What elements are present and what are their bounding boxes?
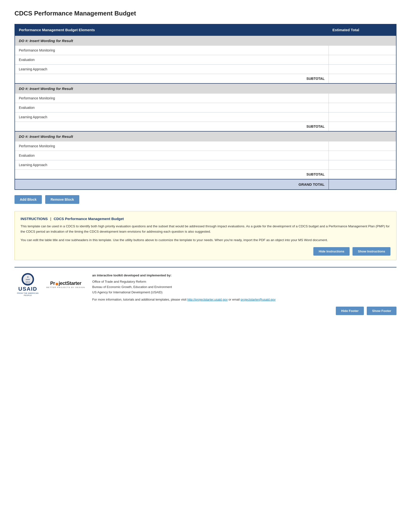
- svg-text:★: ★: [27, 276, 29, 278]
- footer-info: an interactive toolkit developed and imp…: [92, 273, 396, 302]
- remove-block-button[interactable]: Remove Block: [45, 195, 79, 204]
- subtotal-row-2: SUBTOTAL: [15, 122, 396, 132]
- row-value-3-3: [328, 160, 396, 170]
- budget-table: Performance Management Budget Elements E…: [15, 24, 396, 190]
- projectstarter-logo: Pr●jectStarter BETTER PROJECTS BY DESIGN: [47, 281, 85, 288]
- instructions-separator: |: [50, 217, 51, 221]
- footer-logos: ★ USAID FROM THE AMERICAN PEOPLE USAID F…: [15, 273, 85, 296]
- row-label-2-1: Performance Monitoring: [15, 94, 328, 103]
- row-value-3-1: [328, 142, 396, 151]
- svg-text:PEOPLE: PEOPLE: [26, 284, 30, 285]
- subtotal-label-3: SUBTOTAL: [15, 170, 328, 180]
- svg-text:FROM THE: FROM THE: [26, 281, 30, 282]
- footer-link2[interactable]: projectstarter@usaid.gov: [241, 298, 276, 301]
- row-label-2-3: Learning Approach: [15, 113, 328, 122]
- col-elements-header: Performance Management Budget Elements: [15, 24, 328, 36]
- section-header-label-3: DO #: Insert Wording for Result: [15, 131, 396, 142]
- subtotal-row-3: SUBTOTAL: [15, 170, 396, 180]
- table-row: Learning Approach: [15, 65, 396, 74]
- instructions-paragraph-1: This template can be used in a CDCS to i…: [20, 224, 391, 235]
- row-value-1-2: [328, 55, 396, 65]
- row-value-2-3: [328, 113, 396, 122]
- show-footer-button[interactable]: Show Footer: [367, 307, 396, 315]
- page-title: CDCS Performance Management Budget: [15, 10, 396, 17]
- table-row: Performance Monitoring: [15, 94, 396, 103]
- instructions-paragraph-2: You can edit the table title and row sub…: [20, 238, 391, 243]
- usaid-wordmark: USAID: [18, 286, 37, 292]
- projectstarter-name: Pr●jectStarter: [50, 281, 81, 285]
- row-label-3-3: Learning Approach: [15, 160, 328, 170]
- table-row: Evaluation: [15, 103, 396, 113]
- table-row: Learning Approach: [15, 160, 396, 170]
- section-header-row-2: DO #: Insert Wording for Result: [15, 83, 396, 94]
- svg-text:USAID: USAID: [26, 279, 30, 280]
- row-value-1-1: [328, 46, 396, 55]
- footer-more-info: For more information, tutorials and addi…: [92, 297, 396, 302]
- subtotal-label-2: SUBTOTAL: [15, 122, 328, 132]
- table-row: Performance Monitoring: [15, 142, 396, 151]
- instructions-body: This template can be used in a CDCS to i…: [20, 224, 391, 243]
- footer-more-info-mid: or email: [228, 298, 241, 301]
- table-row: Learning Approach: [15, 113, 396, 122]
- usaid-emblem-icon: ★ USAID FROM THE AMERICAN PEOPLE: [21, 273, 34, 286]
- ps-name-pre: Pr: [50, 281, 55, 286]
- row-label-3-2: Evaluation: [15, 151, 328, 160]
- footer-link1[interactable]: http://projectstarter.usaid.gov: [187, 298, 228, 301]
- footer-toggle-row: Hide Footer Show Footer: [15, 307, 396, 315]
- footer-org1: Office of Trade and Regulatory Reform: [92, 279, 396, 284]
- usaid-logo: ★ USAID FROM THE AMERICAN PEOPLE USAID F…: [15, 273, 41, 296]
- table-header-row: Performance Management Budget Elements E…: [15, 24, 396, 36]
- footer-more-info-pre: For more information, tutorials and addi…: [92, 298, 187, 301]
- ps-name-post: jectStarter: [59, 281, 81, 286]
- grand-total-value: [328, 179, 396, 190]
- table-row: Performance Monitoring: [15, 46, 396, 55]
- svg-text:AMERICAN: AMERICAN: [26, 283, 30, 283]
- row-value-2-2: [328, 103, 396, 113]
- section-header-row-3: DO #: Insert Wording for Result: [15, 131, 396, 142]
- row-label-1-3: Learning Approach: [15, 65, 328, 74]
- row-value-2-1: [328, 94, 396, 103]
- footer-org3: US Agency for International Development …: [92, 290, 396, 295]
- row-value-3-2: [328, 151, 396, 160]
- footer-content: ★ USAID FROM THE AMERICAN PEOPLE USAID F…: [15, 273, 396, 302]
- section-header-label-2: DO #: Insert Wording for Result: [15, 83, 396, 94]
- subtotal-value-3: [328, 170, 396, 180]
- hide-footer-button[interactable]: Hide Footer: [336, 307, 364, 315]
- grand-total-label: GRAND TOTAL: [15, 179, 328, 190]
- show-instructions-button[interactable]: Show Instructions: [353, 247, 391, 256]
- subtotal-label-1: SUBTOTAL: [15, 74, 328, 84]
- footer-area: ★ USAID FROM THE AMERICAN PEOPLE USAID F…: [15, 267, 396, 315]
- col-total-header: Estimated Total: [328, 24, 396, 36]
- row-label-1-2: Evaluation: [15, 55, 328, 65]
- usaid-text-block: USAID FROM THE AMERICAN PEOPLE: [15, 286, 41, 296]
- section-header-label-1: DO #: Insert Wording for Result: [15, 36, 396, 46]
- row-label-2-2: Evaluation: [15, 103, 328, 113]
- row-value-1-3: [328, 65, 396, 74]
- table-row: Evaluation: [15, 55, 396, 65]
- add-block-button[interactable]: Add Block: [15, 195, 42, 204]
- instructions-title-name: CDCS Performance Management Budget: [54, 217, 124, 221]
- subtotal-row-1: SUBTOTAL: [15, 74, 396, 84]
- row-label-1-1: Performance Monitoring: [15, 46, 328, 55]
- instructions-box: INSTRUCTIONS | CDCS Performance Manageme…: [15, 211, 396, 260]
- table-row: Evaluation: [15, 151, 396, 160]
- grand-total-row: GRAND TOTAL: [15, 179, 396, 190]
- instructions-label: INSTRUCTIONS: [20, 217, 48, 221]
- section-header-row-1: DO #: Insert Wording for Result: [15, 36, 396, 46]
- subtotal-value-2: [328, 122, 396, 132]
- action-buttons-row: Add Block Remove Block: [15, 195, 396, 204]
- instructions-title: INSTRUCTIONS | CDCS Performance Manageme…: [20, 217, 391, 221]
- ps-subtitle: BETTER PROJECTS BY DESIGN: [47, 286, 85, 288]
- hide-instructions-button[interactable]: Hide Instructions: [313, 247, 350, 256]
- row-label-3-1: Performance Monitoring: [15, 142, 328, 151]
- subtotal-value-1: [328, 74, 396, 84]
- footer-org2: Bureau of Economic Growth, Education and…: [92, 284, 396, 290]
- usaid-tagline: FROM THE AMERICAN PEOPLE: [15, 292, 41, 296]
- instructions-toggle-row: Hide Instructions Show Instructions: [20, 247, 391, 256]
- developed-by-label: an interactive toolkit developed and imp…: [92, 273, 396, 278]
